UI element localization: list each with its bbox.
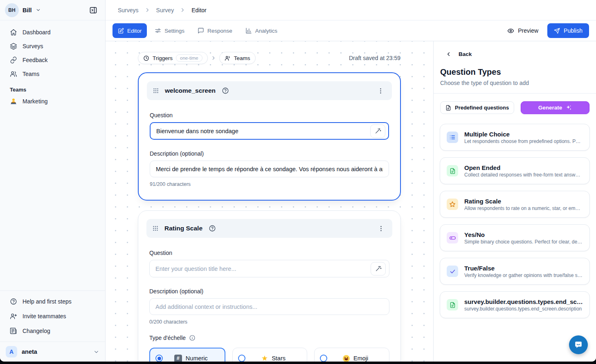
invite-teammates[interactable]: Invite teammates bbox=[5, 309, 100, 324]
type-title: Rating Scale bbox=[464, 198, 583, 205]
description-input[interactable] bbox=[149, 298, 389, 315]
preview-label: Preview bbox=[518, 27, 538, 34]
panel-title: Question Types bbox=[434, 67, 596, 77]
help-circle-icon[interactable] bbox=[222, 87, 229, 94]
breadcrumb-survey[interactable]: Survey bbox=[156, 7, 174, 13]
org-avatar: A bbox=[6, 346, 17, 357]
breadcrumb: Surveys Survey Editor bbox=[106, 0, 596, 20]
question-card-welcome-screen: welcome_screen Question Description (opt… bbox=[138, 72, 401, 201]
file-icon bbox=[445, 105, 451, 111]
chevron-down-icon bbox=[93, 349, 99, 355]
scale-option-emoji[interactable]: Emoji bbox=[314, 348, 389, 362]
type-card-rating-scale[interactable]: Rating Scale Allow respondents to rate o… bbox=[440, 191, 590, 218]
type-desc: survey.builder.questions.types.end_scree… bbox=[464, 306, 583, 312]
scale-option-label: Stars bbox=[272, 355, 286, 362]
preview-button[interactable]: Preview bbox=[503, 27, 542, 34]
changelog[interactable]: Changelog bbox=[5, 324, 100, 338]
type-desc: Simple binary choice questions. Perfect … bbox=[464, 239, 583, 245]
question-type-list: Multiple Choice Let respondents choose f… bbox=[440, 124, 590, 318]
generate-button[interactable]: Generate bbox=[521, 101, 589, 114]
type-card-end-screen[interactable]: survey.builder.questions.types.end_scr..… bbox=[440, 291, 590, 318]
canvas-top-row: Triggers one-time Teams Draft saved at 2… bbox=[138, 52, 400, 64]
users-icon bbox=[225, 55, 231, 61]
rating-card-header: Rating Scale bbox=[146, 219, 392, 238]
predefined-questions-button[interactable]: Predefined questions bbox=[440, 101, 514, 114]
scale-type-label: Type d'échelle bbox=[149, 335, 389, 341]
teams-section-label: Teams bbox=[0, 81, 105, 94]
type-desc: Collect detailed responses with free-for… bbox=[464, 172, 583, 178]
sidebar-item-teams[interactable]: Teams bbox=[5, 67, 100, 81]
kebab-menu-icon[interactable] bbox=[376, 86, 386, 96]
chat-launcher-button[interactable] bbox=[569, 335, 588, 354]
drag-handle-icon[interactable] bbox=[153, 88, 159, 94]
magic-wand-button[interactable] bbox=[370, 124, 385, 138]
scale-option-label: Emoji bbox=[353, 355, 368, 362]
radio-unselected[interactable] bbox=[320, 355, 327, 362]
sliders-icon bbox=[155, 27, 161, 34]
sidebar-item-label: Teams bbox=[22, 71, 39, 77]
back-button[interactable]: Back bbox=[434, 41, 596, 57]
type-desc: Verify knowledge or gather opinions with… bbox=[464, 272, 583, 278]
workspace-switcher[interactable]: BH Bill bbox=[0, 0, 105, 20]
info-icon[interactable] bbox=[189, 335, 196, 341]
scale-option-stars[interactable]: ★ Stars bbox=[232, 348, 308, 362]
collapse-sidebar-button[interactable] bbox=[86, 3, 100, 17]
drag-handle-icon[interactable] bbox=[153, 226, 158, 231]
type-title: True/False bbox=[464, 265, 583, 272]
type-card-yes-no[interactable]: Yes/No Simple binary choice questions. P… bbox=[440, 224, 590, 251]
scale-option-numeric[interactable]: # Numeric bbox=[149, 348, 225, 362]
newspaper-icon bbox=[10, 327, 17, 335]
org-switcher[interactable]: A aneta bbox=[0, 342, 105, 362]
radio-selected[interactable] bbox=[155, 355, 163, 362]
tab-label: Analytics bbox=[255, 28, 277, 34]
chevron-right-icon bbox=[211, 55, 216, 61]
breadcrumb-surveys[interactable]: Surveys bbox=[118, 7, 139, 13]
sidebar-item-surveys[interactable]: Surveys bbox=[5, 39, 100, 53]
magic-wand-button[interactable] bbox=[371, 262, 386, 275]
type-card-open-ended[interactable]: Open Ended Collect detailed responses wi… bbox=[440, 157, 590, 184]
true-false-icon bbox=[447, 266, 458, 277]
tab-response[interactable]: Response bbox=[192, 23, 238, 38]
team-item-marketing[interactable]: Marketing bbox=[5, 94, 100, 108]
sidebar-item-dashboard[interactable]: Dashboard bbox=[5, 25, 100, 39]
question-label: Question bbox=[149, 250, 389, 256]
sidebar-item-label: Feedback bbox=[22, 57, 47, 63]
description-label: Description (optional) bbox=[150, 150, 389, 157]
tab-analytics[interactable]: Analytics bbox=[240, 23, 283, 38]
tab-editor[interactable]: Editor bbox=[112, 23, 147, 38]
kebab-menu-icon[interactable] bbox=[376, 223, 386, 234]
triggers-label: Triggers bbox=[153, 55, 173, 61]
type-card-multiple-choice[interactable]: Multiple Choice Let respondents choose f… bbox=[440, 124, 590, 151]
teams-list: Marketing bbox=[0, 94, 105, 108]
open-ended-icon bbox=[447, 165, 458, 176]
layers-icon bbox=[10, 42, 17, 50]
help-and-first-steps[interactable]: Help and first steps bbox=[5, 294, 100, 309]
type-title: Multiple Choice bbox=[464, 131, 583, 138]
type-desc: Allow respondents to rate on a numeric, … bbox=[464, 205, 583, 211]
help-circle-icon[interactable] bbox=[209, 225, 216, 232]
sidebar: BH Bill Dashboard Surveys bbox=[0, 0, 106, 362]
teams-pill[interactable]: Teams bbox=[219, 52, 256, 64]
pencil-icon bbox=[118, 28, 124, 34]
sidebar-nav: Dashboard Surveys Feedback Teams bbox=[0, 20, 105, 81]
send-icon bbox=[554, 28, 560, 34]
radio-unselected[interactable] bbox=[238, 355, 245, 362]
rating-scale-icon bbox=[447, 199, 458, 210]
type-card-true-false[interactable]: True/False Verify knowledge or gather op… bbox=[440, 258, 590, 285]
question-types-panel: Back Question Types Choose the type of q… bbox=[433, 41, 596, 362]
triggers-pill[interactable]: Triggers one-time bbox=[138, 52, 208, 64]
sparkles-icon bbox=[566, 105, 572, 111]
scale-option-label: Numeric bbox=[186, 355, 208, 362]
welcome-card-header: welcome_screen bbox=[147, 81, 392, 100]
sidebar-item-feedback[interactable]: Feedback bbox=[5, 53, 100, 67]
tab-settings[interactable]: Settings bbox=[149, 23, 190, 38]
publish-button[interactable]: Publish bbox=[547, 23, 589, 38]
sidebar-item-label: Dashboard bbox=[22, 29, 51, 36]
bar-chart-icon bbox=[245, 27, 252, 34]
question-card-title: welcome_screen bbox=[165, 87, 216, 94]
org-name: aneta bbox=[22, 348, 37, 355]
description-input[interactable] bbox=[150, 161, 389, 177]
end-screen-icon bbox=[447, 299, 458, 310]
question-title-input[interactable] bbox=[150, 122, 389, 140]
question-title-input[interactable] bbox=[149, 260, 389, 277]
